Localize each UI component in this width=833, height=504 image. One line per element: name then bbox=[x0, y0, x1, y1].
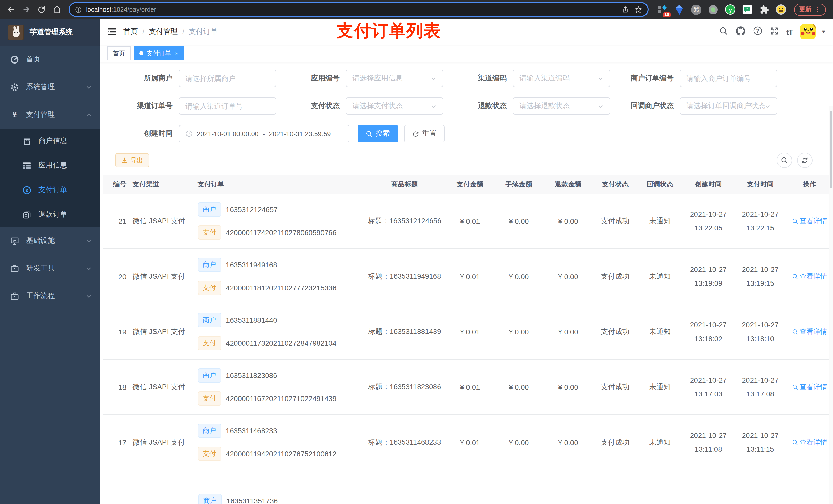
filter-label: 应用编号 bbox=[282, 74, 346, 83]
reset-button[interactable]: 重置 bbox=[404, 125, 445, 142]
browser-menu-dots-icon[interactable]: ⋮ bbox=[814, 6, 821, 13]
avatar-caret-icon[interactable]: ▼ bbox=[821, 29, 826, 34]
cell-fee: ¥ 0.00 bbox=[494, 328, 544, 336]
pay-tag: 支付 bbox=[198, 225, 221, 240]
pay-tag: 支付 bbox=[198, 336, 221, 350]
cell-title: 标题：1635311468233 bbox=[363, 438, 446, 447]
sidebar-item-dev-tools[interactable]: 研发工具 bbox=[0, 255, 100, 282]
pay-status-select[interactable]: 请选择支付状态 bbox=[346, 97, 443, 115]
filter-label: 创建时间 bbox=[115, 129, 179, 138]
date-separator: - bbox=[263, 130, 265, 138]
docs-help-button[interactable]: ? bbox=[753, 26, 762, 38]
notify-status-select[interactable]: 请选择订单回调商户状态 bbox=[680, 97, 777, 115]
bookmark-button[interactable] bbox=[634, 5, 642, 14]
content-scrollbar[interactable] bbox=[829, 106, 833, 504]
sidebar-item-system[interactable]: 系统管理 bbox=[0, 73, 100, 101]
cell-create-time: 2021-10-2713:17:03 bbox=[682, 374, 734, 401]
view-detail-link[interactable]: 查看详情 bbox=[792, 216, 827, 225]
channel-code-select[interactable]: 请输入渠道编码 bbox=[513, 70, 610, 87]
extension-gem-button[interactable] bbox=[674, 4, 685, 15]
date-end: 2021-10-31 23:59:59 bbox=[269, 130, 331, 138]
tab-home[interactable]: 首页 bbox=[107, 46, 130, 61]
merchant-tag: 商户 bbox=[198, 202, 221, 217]
breadcrumb-pay-mgmt[interactable]: 支付管理 bbox=[149, 27, 178, 37]
view-detail-link[interactable]: 查看详情 bbox=[792, 327, 827, 336]
filter-row-2: 渠道订单号 支付状态 请选择支付状态 退款状态 请选择退款状态 回调商户状态 请… bbox=[115, 97, 833, 115]
magnifier-icon bbox=[792, 384, 798, 390]
share-button[interactable] bbox=[621, 6, 629, 13]
cell-notify: 未通知 bbox=[638, 382, 682, 391]
reload-button[interactable] bbox=[35, 3, 48, 16]
extension-y-button[interactable]: y bbox=[724, 4, 736, 15]
sidebar-item-home[interactable]: 首页 bbox=[0, 46, 100, 73]
yen-circle-icon: ¥ bbox=[23, 186, 31, 194]
sidebar-item-merchant-info[interactable]: 商户信息 bbox=[0, 128, 100, 153]
extensions-menu-button[interactable] bbox=[758, 4, 769, 15]
view-detail-link[interactable]: 查看详情 bbox=[792, 438, 827, 447]
toggle-search-button[interactable] bbox=[777, 153, 792, 168]
cell-channel: 微信 JSAPI 支付 bbox=[129, 382, 194, 391]
sidebar-item-payment[interactable]: ¥ 支付管理 bbox=[0, 101, 100, 128]
sidebar-item-workflow[interactable]: 工作流程 bbox=[0, 282, 100, 310]
create-time-range-input[interactable]: 2021-10-01 00:00:00 - 2021-10-31 23:59:5… bbox=[179, 125, 349, 142]
merchant-order-no-field[interactable] bbox=[687, 74, 770, 82]
header-search-button[interactable] bbox=[719, 26, 728, 37]
merchant-input-field[interactable] bbox=[186, 74, 269, 82]
sidebar-item-app-info[interactable]: 应用信息 bbox=[0, 153, 100, 178]
scrollbar-thumb[interactable] bbox=[830, 111, 832, 188]
col-actions: 操作 bbox=[786, 180, 833, 189]
fullscreen-button[interactable] bbox=[770, 26, 779, 37]
refresh-table-button[interactable] bbox=[797, 153, 812, 168]
sidebar-logo[interactable]: 芋道管理系统 bbox=[0, 19, 100, 46]
select-placeholder: 请选择退款状态 bbox=[520, 101, 598, 111]
profile-avatar-button[interactable] bbox=[775, 4, 786, 15]
font-size-button[interactable]: tT bbox=[786, 27, 792, 36]
extension-recorder-button[interactable] bbox=[708, 4, 719, 15]
export-button[interactable]: 导出 bbox=[115, 153, 149, 167]
github-link[interactable] bbox=[736, 26, 745, 38]
view-detail-link[interactable]: 查看详情 bbox=[792, 382, 827, 391]
extension-tasks-button[interactable]: 10 bbox=[657, 4, 668, 15]
yen-icon: ¥ bbox=[10, 111, 19, 119]
share-icon bbox=[621, 6, 629, 13]
browser-update-button[interactable]: 更新 ⋮ bbox=[794, 3, 826, 16]
briefcase-icon bbox=[10, 264, 19, 273]
sidebar-item-refund-order[interactable]: 退款订单 bbox=[0, 202, 100, 227]
cell-amount: ¥ 0.01 bbox=[446, 272, 494, 281]
tab-pay-order[interactable]: 支付订单 × bbox=[134, 46, 184, 61]
sidebar-item-label: 应用信息 bbox=[39, 161, 67, 170]
channel-order-no-input[interactable] bbox=[179, 97, 276, 115]
extension-command-button[interactable]: ⌘ bbox=[691, 4, 702, 15]
reload-icon bbox=[38, 5, 46, 14]
refund-status-select[interactable]: 请选择退款状态 bbox=[513, 97, 610, 115]
breadcrumb-current: 支付订单 bbox=[189, 27, 218, 37]
merchant-input[interactable] bbox=[179, 70, 276, 87]
export-button-label: 导出 bbox=[130, 156, 143, 165]
url-path: :1024/pay/order bbox=[112, 6, 156, 13]
cell-refund: ¥ 0.00 bbox=[544, 438, 593, 447]
sidebar-item-infra[interactable]: 基础设施 bbox=[0, 227, 100, 255]
site-info-icon[interactable] bbox=[75, 6, 82, 13]
sidebar-item-pay-order[interactable]: ¥ 支付订单 bbox=[0, 178, 100, 202]
home-button[interactable] bbox=[50, 3, 64, 16]
breadcrumb-home[interactable]: 首页 bbox=[123, 27, 138, 37]
cell-pay-time: 2021-10-2713:22:15 bbox=[734, 208, 786, 235]
search-button[interactable]: 搜索 bbox=[358, 125, 398, 142]
address-bar[interactable]: localhost:1024/pay/order bbox=[69, 2, 648, 17]
chevron-down-icon bbox=[431, 75, 436, 81]
view-detail-link[interactable]: 查看详情 bbox=[792, 272, 827, 281]
cell-actions: 查看详情 bbox=[786, 216, 833, 225]
col-create-time: 创建时间 bbox=[682, 178, 734, 191]
cell-id: 17 bbox=[103, 438, 129, 447]
forward-button[interactable] bbox=[20, 3, 33, 16]
channel-order-no-field[interactable] bbox=[186, 102, 269, 110]
user-avatar[interactable] bbox=[800, 24, 815, 40]
extension-chat-button[interactable] bbox=[741, 4, 753, 15]
pay-tag: 支付 bbox=[198, 281, 221, 295]
sidebar-collapse-button[interactable] bbox=[107, 27, 116, 37]
back-button[interactable] bbox=[4, 3, 18, 16]
app-id-select[interactable]: 请选择应用信息 bbox=[346, 70, 443, 87]
merchant-order-no-input[interactable] bbox=[680, 70, 777, 87]
close-tab-icon[interactable]: × bbox=[175, 50, 178, 56]
chevron-down-icon bbox=[598, 103, 603, 109]
